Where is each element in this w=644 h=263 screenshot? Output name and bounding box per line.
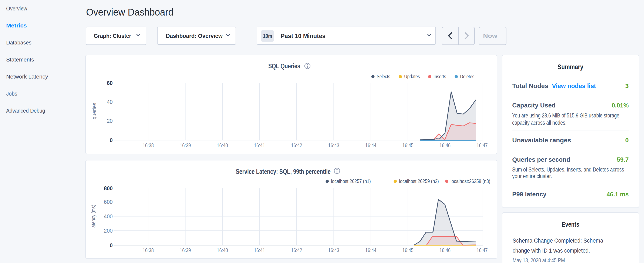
svg-text:16:39: 16:39	[180, 247, 191, 253]
svg-text:Schema Change Completed: Schem: Schema Change Completed: Schema	[512, 237, 603, 244]
svg-text:P99 latency: P99 latency	[512, 191, 546, 198]
svg-text:Jobs: Jobs	[6, 90, 17, 97]
svg-text:16:44: 16:44	[365, 142, 376, 148]
svg-text:0.01%: 0.01%	[612, 102, 629, 109]
svg-text:16:43: 16:43	[328, 247, 339, 253]
svg-text:You are using 28.6 MiB of 515.: You are using 28.6 MiB of 515.9 GiB usab…	[512, 112, 619, 119]
svg-text:16:42: 16:42	[291, 142, 302, 148]
svg-text:View nodes list: View nodes list	[552, 83, 596, 89]
svg-text:Events: Events	[562, 221, 579, 228]
svg-text:800: 800	[104, 185, 113, 191]
svg-text:Past 10 Minutes: Past 10 Minutes	[281, 33, 326, 39]
svg-text:Updates: Updates	[404, 74, 420, 79]
svg-text:20: 20	[107, 118, 113, 124]
svg-text:May 13, 2020 at 4:45 PM: May 13, 2020 at 4:45 PM	[512, 257, 565, 263]
svg-text:Queries per second: Queries per second	[512, 156, 570, 163]
svg-text:16:41: 16:41	[254, 247, 265, 253]
svg-text:16:40: 16:40	[217, 247, 228, 253]
svg-text:400: 400	[104, 213, 113, 219]
svg-text:Capacity Used: Capacity Used	[512, 102, 556, 109]
svg-text:10m: 10m	[263, 33, 272, 39]
svg-text:change with ID 1 was completed: change with ID 1 was completed.	[512, 247, 590, 254]
svg-text:16:45: 16:45	[402, 247, 414, 253]
svg-text:16:43: 16:43	[328, 142, 339, 148]
svg-text:46.1 ms: 46.1 ms	[606, 191, 629, 198]
svg-text:Sum of Selects, Updates, Inser: Sum of Selects, Updates, Inserts, and De…	[512, 166, 624, 173]
svg-text:60: 60	[107, 80, 113, 86]
svg-text:Network Latency: Network Latency	[6, 73, 48, 80]
svg-text:Advanced Debug: Advanced Debug	[6, 107, 45, 114]
svg-text:Now: Now	[483, 33, 497, 39]
svg-text:Selects: Selects	[377, 74, 390, 79]
svg-text:Total Nodes: Total Nodes	[512, 83, 548, 89]
svg-text:16:47: 16:47	[477, 142, 488, 148]
svg-text:Unavailable ranges: Unavailable ranges	[512, 137, 571, 144]
svg-text:16:44: 16:44	[365, 247, 376, 253]
svg-text:Service Latency: SQL, 99th per: Service Latency: SQL, 99th percentile	[236, 168, 330, 175]
svg-text:Statements: Statements	[6, 56, 34, 63]
svg-text:queries: queries	[91, 103, 97, 119]
svg-text:Metrics: Metrics	[6, 22, 27, 29]
svg-text:Deletes: Deletes	[460, 74, 474, 79]
svg-text:localhost:26257 (n1): localhost:26257 (n1)	[331, 178, 371, 184]
svg-text:16:40: 16:40	[217, 142, 228, 148]
svg-text:16:41: 16:41	[254, 142, 265, 148]
svg-text:localhost:26258 (n3): localhost:26258 (n3)	[450, 178, 490, 184]
svg-text:0: 0	[110, 242, 113, 248]
svg-text:SQL Queries: SQL Queries	[268, 62, 300, 70]
svg-text:Graph: Cluster: Graph: Cluster	[94, 33, 131, 39]
svg-text:16:42: 16:42	[291, 247, 302, 253]
svg-text:16:46: 16:46	[440, 247, 450, 253]
svg-text:localhost:26259 (n2): localhost:26259 (n2)	[399, 178, 439, 184]
svg-text:Inserts: Inserts	[434, 74, 446, 79]
svg-text:16:39: 16:39	[180, 142, 191, 148]
svg-text:0: 0	[110, 137, 113, 143]
svg-text:16:38: 16:38	[143, 247, 154, 253]
svg-text:Overview: Overview	[6, 5, 27, 12]
svg-text:16:47: 16:47	[477, 247, 488, 253]
svg-text:16:46: 16:46	[440, 142, 450, 148]
svg-text:59.7: 59.7	[617, 156, 629, 163]
svg-text:Databases: Databases	[6, 39, 32, 46]
svg-text:capacity across all nodes.: capacity across all nodes.	[512, 119, 566, 126]
svg-text:Overview Dashboard: Overview Dashboard	[86, 7, 174, 18]
svg-text:latency (ms): latency (ms)	[90, 205, 96, 228]
svg-text:16:38: 16:38	[143, 142, 154, 148]
svg-text:your entire cluster.: your entire cluster.	[512, 173, 552, 179]
svg-text:600: 600	[104, 199, 113, 205]
svg-text:16:45: 16:45	[402, 142, 414, 148]
svg-text:Summary: Summary	[558, 63, 584, 71]
svg-text:40: 40	[107, 99, 113, 105]
svg-text:200: 200	[104, 228, 113, 234]
svg-text:3: 3	[625, 83, 629, 89]
svg-text:Dashboard: Overview: Dashboard: Overview	[166, 33, 222, 39]
svg-text:0: 0	[625, 137, 629, 144]
